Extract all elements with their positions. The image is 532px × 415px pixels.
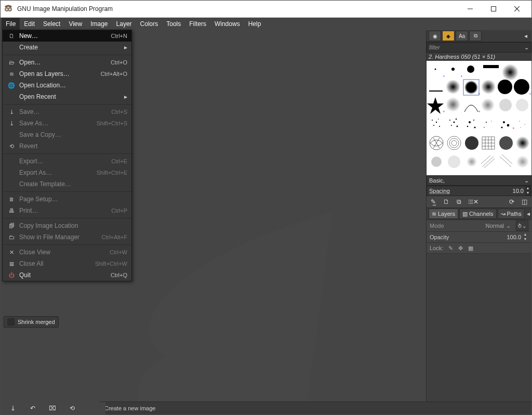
- svg-point-27: [514, 79, 529, 95]
- menu-item-label: Show in File Manager: [19, 234, 96, 241]
- brush-preset-select[interactable]: Basic, ⌄: [427, 175, 531, 186]
- closeall-icon: ⊠: [7, 261, 16, 267]
- menu-colors[interactable]: Colors: [136, 18, 163, 30]
- layer-mode-select[interactable]: Normal⌄: [486, 223, 511, 229]
- svg-point-68: [467, 157, 477, 167]
- layer-opacity-row[interactable]: Opacity 100.0 ▲▼: [427, 232, 531, 243]
- dock-tab-history[interactable]: ⧉: [469, 31, 482, 41]
- dock-tab-fonts[interactable]: Aa: [456, 31, 468, 41]
- minimize-button[interactable]: [458, 1, 482, 17]
- menu-item-open[interactable]: 🗁Open…Ctrl+O: [3, 57, 131, 68]
- menu-item-accel: Ctrl+E: [111, 158, 127, 164]
- svg-point-40: [454, 122, 455, 123]
- svg-point-35: [436, 122, 437, 123]
- brush-grid[interactable]: +++++ ++: [427, 61, 531, 175]
- svg-line-71: [481, 155, 490, 164]
- layer-opacity-label: Opacity: [430, 234, 449, 240]
- menu-view[interactable]: View: [64, 18, 86, 30]
- menu-layer[interactable]: Layer: [112, 18, 136, 30]
- dock-menu-chevron-icon[interactable]: ◂: [522, 32, 529, 40]
- window-title: GNU Image Manipulation Program: [17, 5, 458, 12]
- dock-tab-patterns[interactable]: ◆: [442, 31, 455, 41]
- menu-item-open-recent[interactable]: Open Recent▸: [3, 91, 131, 102]
- menu-item-accel: Ctrl+P: [111, 208, 127, 214]
- menu-item-create[interactable]: Create▸: [3, 42, 131, 53]
- lock-pixels-icon[interactable]: ✎: [448, 245, 453, 252]
- spinner-icon[interactable]: ▲▼: [525, 186, 531, 196]
- shrink-merged-checkbox[interactable]: [7, 318, 15, 326]
- brush-spacing-value: 10.0: [512, 188, 525, 194]
- spinner-icon[interactable]: ▲▼: [522, 232, 528, 242]
- menu-item-quit[interactable]: ⏻QuitCtrl+Q: [3, 269, 131, 281]
- duplicate-brush-icon[interactable]: ⧉: [457, 198, 461, 205]
- svg-line-69: [482, 157, 494, 167]
- svg-point-3: [9, 8, 11, 10]
- close-icon: ✕: [7, 249, 16, 256]
- menu-item-label: Revert: [19, 142, 127, 150]
- layer-mode-label: Mode: [430, 223, 444, 229]
- menu-item-page-setup: 🗎Page Setup…: [3, 193, 131, 205]
- layer-mode-switch-button[interactable]: ⥁⌄: [516, 221, 528, 231]
- paths-icon: ↝: [501, 211, 506, 217]
- menu-edit[interactable]: Edit: [20, 18, 39, 30]
- menu-item-revert: ⟲Revert: [3, 140, 131, 152]
- menu-item-accel: Ctrl+N: [111, 33, 127, 39]
- svg-point-61: [465, 136, 478, 150]
- svg-point-64: [516, 136, 529, 150]
- layer-mode-row: Mode Normal⌄ ⥁⌄: [427, 220, 531, 232]
- lock-position-icon[interactable]: ✥: [458, 245, 463, 252]
- layer-opacity-value: 100.0: [507, 234, 521, 240]
- folder-icon: 🗀: [7, 234, 16, 240]
- revert-icon: ⟲: [7, 143, 16, 150]
- svg-point-49: [491, 121, 491, 121]
- menu-item-new[interactable]: 🗋New…Ctrl+N: [3, 30, 131, 42]
- svg-point-34: [432, 120, 433, 121]
- globe-icon: 🌐: [7, 82, 16, 89]
- svg-point-74: [516, 155, 529, 168]
- menu-help[interactable]: Help: [244, 18, 265, 30]
- brush-filter-input[interactable]: filter ⌄: [427, 42, 531, 53]
- undo-icon[interactable]: ↶: [29, 404, 37, 412]
- menu-windows[interactable]: Windows: [210, 18, 244, 30]
- refresh-brushes-icon[interactable]: ⟳: [509, 198, 514, 205]
- menu-image[interactable]: Image: [86, 18, 112, 30]
- quit-icon: ⏻: [7, 272, 16, 278]
- svg-point-63: [499, 136, 513, 150]
- dock-menu-chevron-icon[interactable]: ◂: [527, 210, 530, 217]
- maximize-button[interactable]: [482, 1, 505, 17]
- menu-item-label: Save…: [19, 108, 106, 115]
- svg-text:+: +: [512, 126, 515, 131]
- reset-icon[interactable]: ⟲: [68, 404, 76, 412]
- tab-channels[interactable]: ▥Channels: [459, 209, 496, 219]
- dock-tab-brushes[interactable]: ◉: [429, 31, 441, 41]
- svg-point-42: [456, 119, 457, 120]
- save-icon[interactable]: ⤓: [9, 404, 17, 412]
- edit-brush-icon[interactable]: ✎̲: [431, 198, 436, 205]
- menu-item-open-location[interactable]: 🌐Open Location…: [3, 80, 131, 91]
- new-brush-icon[interactable]: 🗋: [443, 198, 449, 205]
- chevron-down-icon: ⌄: [522, 223, 526, 229]
- delete-brush-icon[interactable]: �⃞✕: [469, 198, 478, 205]
- menu-item-open-as-layers[interactable]: ≋Open as Layers…Ctrl+Alt+O: [3, 68, 131, 80]
- close-window-button[interactable]: [505, 1, 528, 17]
- menu-select[interactable]: Select: [39, 18, 64, 30]
- tab-paths[interactable]: ↝Paths: [498, 209, 525, 219]
- save-icon: ⤓: [7, 109, 16, 115]
- delete-icon[interactable]: ⌧: [48, 404, 57, 412]
- svg-point-22: [446, 80, 460, 94]
- shrink-merged-popover: Shrink merged: [4, 316, 59, 328]
- svg-point-51: [503, 121, 505, 123]
- svg-point-36: [433, 125, 434, 126]
- menu-item-accel: Ctrl+S: [111, 109, 127, 115]
- menu-filters[interactable]: Filters: [185, 18, 210, 30]
- svg-text:+: +: [443, 109, 445, 114]
- menu-tools[interactable]: Tools: [162, 18, 185, 30]
- tab-layers[interactable]: ≋Layers: [429, 209, 458, 219]
- lock-alpha-icon[interactable]: ▩: [468, 245, 473, 252]
- brush-spacing-input[interactable]: Spacing 10.0 ▲▼: [427, 186, 531, 196]
- menu-item-save: ⤓Save…Ctrl+S: [3, 106, 131, 118]
- layer-lock-row: Lock: ✎ ✥ ▩: [427, 243, 531, 254]
- gimp-logo-icon: [4, 4, 13, 15]
- menu-file[interactable]: File: [2, 18, 20, 30]
- open-as-image-icon[interactable]: ◫: [522, 198, 527, 205]
